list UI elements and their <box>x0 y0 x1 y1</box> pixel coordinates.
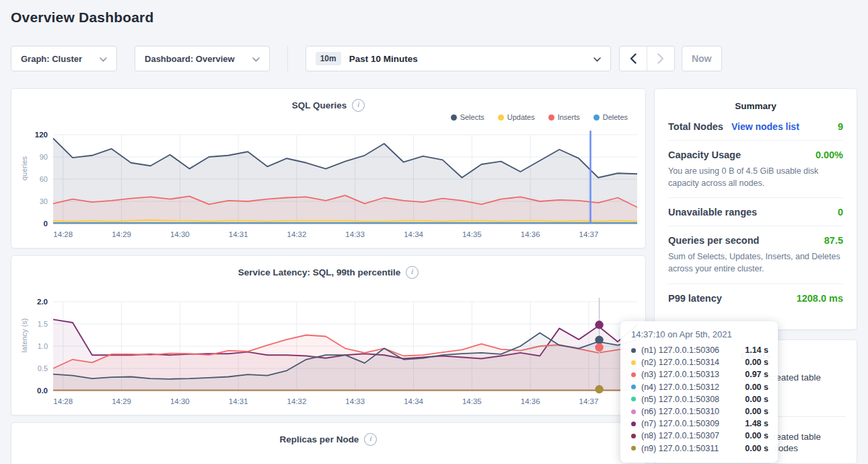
info-icon[interactable]: i <box>364 433 377 446</box>
chevron-down-icon <box>252 54 260 64</box>
tooltip-node: (n4) 127.0.0.1:50312 <box>641 383 719 392</box>
next-range-button[interactable] <box>647 46 674 71</box>
tooltip-node: (n6) 127.0.0.1:50310 <box>641 407 719 416</box>
summary-value: 87.5 <box>824 235 843 246</box>
tooltip-timestamp: 14:37:10 on Apr 5th, 2021 <box>631 329 768 339</box>
tooltip-row: (n4) 127.0.0.1:503120.00 s <box>631 381 768 393</box>
svg-text:14:36: 14:36 <box>521 230 540 238</box>
tooltip-value: 1.48 s <box>745 419 768 428</box>
svg-text:90: 90 <box>40 153 48 161</box>
summary-row: Queries per second87.5Sum of Selects, Up… <box>668 226 843 284</box>
svg-text:14:28: 14:28 <box>53 230 73 238</box>
svg-text:14:32: 14:32 <box>287 397 307 405</box>
dashboard-dropdown[interactable]: Dashboard: Overview <box>135 46 270 71</box>
svg-text:14:28: 14:28 <box>53 397 73 405</box>
chart-legend: SelectsUpdatesInsertsDeletes <box>451 113 628 121</box>
info-icon[interactable]: i <box>352 99 365 112</box>
series-dot-icon <box>631 360 636 365</box>
time-range-label: Past 10 Minutes <box>349 54 418 64</box>
series-dot-icon <box>631 397 636 401</box>
tooltip-row: (n7) 127.0.0.1:503091.48 s <box>631 418 768 430</box>
tooltip-row: (n9) 127.0.0.1:503110.00 s <box>631 442 768 455</box>
svg-text:14:37: 14:37 <box>579 230 599 238</box>
svg-text:14:31: 14:31 <box>229 397 248 405</box>
svg-text:0: 0 <box>44 220 48 228</box>
legend-item: Updates <box>498 113 535 121</box>
summary-panel: Summary Total NodesView nodes list9Capac… <box>654 88 857 330</box>
chevron-down-icon <box>100 54 107 64</box>
tooltip-value: 0.00 s <box>745 431 768 440</box>
svg-text:120: 120 <box>35 131 48 139</box>
summary-value: 9 <box>838 121 843 132</box>
svg-text:1.5: 1.5 <box>38 320 48 328</box>
series-dot-icon <box>631 372 636 377</box>
summary-value: 1208.0 ms <box>797 293 843 304</box>
tooltip-value: 0.00 s <box>745 444 768 453</box>
overview-dashboard-page: Overview Dashboard Graph: Cluster Dashbo… <box>0 0 868 464</box>
series-dot-icon <box>631 446 636 451</box>
legend-dot-icon <box>498 114 504 121</box>
svg-text:60: 60 <box>40 175 48 183</box>
svg-text:2.0: 2.0 <box>37 298 48 306</box>
svg-text:14:30: 14:30 <box>170 397 190 405</box>
now-button[interactable]: Now <box>682 46 722 71</box>
charts-column: SQL Queries i SelectsUpdatesInsertsDelet… <box>11 88 646 464</box>
legend-dot-icon <box>548 114 554 121</box>
sql-queries-chart[interactable]: 14:2814:2914:3014:3114:3214:3314:3414:35… <box>22 128 641 241</box>
summary-row: Capacity Usage0.00%You are using 0 B of … <box>668 141 843 198</box>
svg-text:14:29: 14:29 <box>112 230 131 238</box>
tooltip-value: 0.00 s <box>745 395 768 404</box>
tooltip-node: (n1) 127.0.0.1:50306 <box>641 345 719 355</box>
svg-text:14:30: 14:30 <box>170 230 190 238</box>
tooltip-node: (n7) 127.0.0.1:50309 <box>641 419 719 428</box>
series-dot-icon <box>631 348 636 353</box>
svg-text:14:35: 14:35 <box>462 397 482 405</box>
svg-text:14:32: 14:32 <box>287 230 307 238</box>
tooltip-node: (n8) 127.0.0.1:50307 <box>641 431 719 440</box>
tooltip-row: (n5) 127.0.0.1:503080.00 s <box>631 393 768 405</box>
legend-item: Selects <box>451 113 484 121</box>
summary-value: 0.00% <box>816 150 843 160</box>
time-range-selector[interactable]: 10m Past 10 Minutes <box>305 46 611 71</box>
tooltip-node: (n9) 127.0.0.1:50311 <box>641 444 719 453</box>
svg-text:14:34: 14:34 <box>404 230 423 238</box>
graph-dropdown[interactable]: Graph: Cluster <box>11 46 117 71</box>
summary-label: Capacity Usage <box>668 150 741 160</box>
tooltip-node: (n3) 127.0.0.1:50313 <box>641 370 719 379</box>
tooltip-row: (n6) 127.0.0.1:503100.00 s <box>631 405 768 418</box>
chevron-down-icon <box>593 53 601 65</box>
controls-bar: Graph: Cluster Dashboard: Overview 10m P… <box>11 46 722 71</box>
tooltip-value: 0.00 s <box>745 383 768 392</box>
service-latency-card: Service Latency: SQL, 99th percentile i … <box>11 255 646 416</box>
view-nodes-link[interactable]: View nodes list <box>731 121 799 132</box>
info-icon[interactable]: i <box>406 266 419 279</box>
graph-dropdown-label: Graph: Cluster <box>21 54 82 64</box>
summary-title: Summary <box>668 92 843 112</box>
legend-dot-icon <box>593 114 600 121</box>
chart-title: Replicas per Node <box>280 434 359 444</box>
summary-value: 0 <box>838 207 843 218</box>
time-range-badge: 10m <box>316 52 341 65</box>
svg-text:14:29: 14:29 <box>112 397 131 405</box>
time-step-buttons <box>619 46 675 71</box>
svg-text:0.0: 0.0 <box>37 387 48 395</box>
prev-range-button[interactable] <box>620 46 647 71</box>
summary-label: Queries per second <box>668 235 759 246</box>
sql-queries-card: SQL Queries i SelectsUpdatesInsertsDelet… <box>11 88 646 248</box>
summary-description: You are using 0 B of 4.5 GiB usable disk… <box>668 165 843 189</box>
dashboard-dropdown-label: Dashboard: Overview <box>145 54 235 64</box>
summary-row: Total NodesView nodes list9 <box>668 112 843 141</box>
service-latency-chart[interactable]: 14:2814:2914:3014:3114:3214:3314:3414:35… <box>22 295 641 408</box>
summary-row: Unavailable ranges0 <box>668 198 843 226</box>
series-dot-icon <box>631 422 636 426</box>
chart-title: Service Latency: SQL, 99th percentile <box>238 267 401 277</box>
tooltip-value: 0.00 s <box>745 358 768 367</box>
svg-text:14:34: 14:34 <box>404 397 423 405</box>
tooltip-value: 0.97 s <box>745 370 768 379</box>
svg-text:14:33: 14:33 <box>345 230 365 238</box>
svg-text:1.0: 1.0 <box>38 342 48 350</box>
series-dot-icon <box>631 434 636 438</box>
legend-item: Deletes <box>593 113 628 121</box>
tooltip-value: 1.14 s <box>745 345 768 355</box>
svg-text:14:37: 14:37 <box>579 397 599 405</box>
